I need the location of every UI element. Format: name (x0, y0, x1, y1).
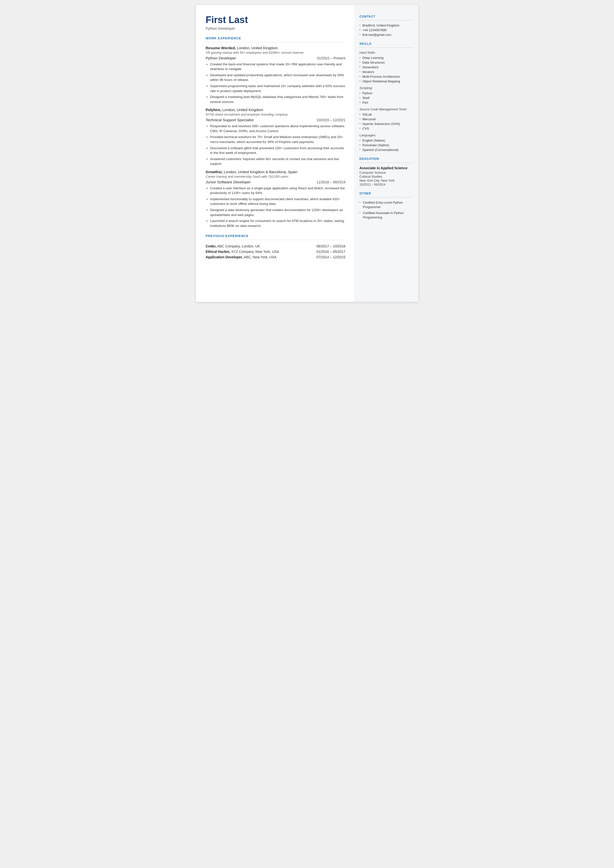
contact-list: Bradford, United Kingdom +44 1234567890 … (360, 23, 413, 37)
job-2-bullets: Responded to and resolved 300+ customer … (206, 124, 346, 166)
other-divider (360, 197, 413, 197)
bullet-item: Responded to and resolved 300+ customer … (210, 124, 346, 134)
prev-job-2-role: Ethical Hacker, XYZ Company, New York, U… (206, 249, 283, 255)
edu-location: New York City, New York (360, 179, 413, 182)
languages-label: Languages: (360, 134, 413, 137)
job-2-role: Technical Support Specialist (206, 118, 254, 122)
bullet-item: Provided technical solutions for 70+ Sma… (210, 135, 346, 144)
scripting-list: Python Shell Perl (360, 91, 413, 104)
contact-item-email: first.last@gmail.com (360, 33, 413, 37)
education-section: EDUCATION Associate in Applied Science C… (360, 157, 413, 186)
skill-item: Spanish (Conversational) (360, 148, 413, 152)
skill-item: Object Relational Mapping (360, 79, 413, 83)
job-2-company: Polyhire, (206, 108, 221, 112)
skill-item: Mercurial (360, 117, 413, 121)
skill-item: Data Structures (360, 61, 413, 64)
candidate-title: Python Developer (206, 26, 346, 30)
contact-item-address: Bradford, United Kingdom (360, 23, 413, 27)
skill-item: Iterators (360, 70, 413, 74)
job-2-header: Polyhire, London, United Kingdom (206, 108, 346, 112)
edu-dates: 10/2011 - 06/2014 (360, 183, 413, 186)
edu-degree: Associate in Applied Science (360, 166, 413, 170)
skill-item: GitLab (360, 113, 413, 116)
job-2-location: London, United Kingdom (221, 108, 263, 112)
job-3-location: London, United Kingdom & Barcelona, Spai… (223, 170, 298, 174)
contact-title: CONTACT (360, 15, 413, 18)
other-title: OTHER (360, 192, 413, 195)
job-3-date: 11/2018 – 09/2019 (316, 180, 346, 184)
bullet-item: Designed a marketing lead MySQL database… (210, 95, 346, 104)
left-column: First Last Python Developer WORK EXPERIE… (196, 5, 354, 302)
bullet-item: Designed a data dictionary generator tha… (210, 208, 346, 217)
job-3-bullets: Created a user interface as a single-pag… (206, 186, 346, 228)
other-section: OTHER Certified Entry-Level Python Progr… (360, 192, 413, 220)
prev-job-3-role: Application Developer, ABC, New York, US… (206, 255, 283, 260)
bullet-item: Developed and updated productivity appli… (210, 73, 346, 82)
skill-item: Apache Subversion (SVN) (360, 122, 413, 126)
skills-title: SKILLS (360, 42, 413, 45)
contact-item-phone: +44 1234567890 (360, 28, 413, 32)
job-1-role: Python Developer (206, 56, 236, 61)
scm-list: GitLab Mercurial Apache Subversion (SVN)… (360, 113, 413, 130)
bullet-item: Supervised programming tasks and maintai… (210, 84, 346, 93)
contact-section: CONTACT Bradford, United Kingdom +44 123… (360, 15, 413, 37)
prev-job-3-date: 07/2014 – 12/2015 (282, 255, 345, 260)
right-column: CONTACT Bradford, United Kingdom +44 123… (354, 5, 419, 302)
job-1-role-row: Python Developer 01/2022 – Present (206, 56, 346, 61)
table-row: Coder, ABC Company, London, UK 06/2017 –… (206, 244, 346, 249)
job-2-role-row: Technical Support Specialist 10/2019 – 1… (206, 118, 346, 122)
job-1-date: 01/2022 – Present (317, 56, 345, 60)
job-3-company: Growthsi, (206, 170, 223, 174)
prev-divider (206, 240, 346, 240)
skill-item: Generators (360, 65, 413, 69)
job-3-header: Growthsi, London, United Kingdom & Barce… (206, 170, 346, 174)
scm-label: Source Code Management Tools: (360, 107, 413, 111)
education-title: EDUCATION (360, 157, 413, 161)
other-item: Certified Entry-Level Python Programmer (360, 200, 413, 209)
skill-item: Romanian (Native) (360, 143, 413, 147)
skill-item: Deep Learning (360, 56, 413, 60)
skill-item: English (Native) (360, 138, 413, 142)
job-1-company: Resume Worded, (206, 46, 236, 50)
other-list: Certified Entry-Level Python Programmer … (360, 200, 413, 220)
languages-list: English (Native) Romanian (Native) Spani… (360, 138, 413, 152)
job-2-desc: NYSE-listed recruitment and employer bra… (206, 113, 346, 116)
bullet-item: Created the back-end financial systems t… (210, 62, 346, 71)
edu-minor: Cultural Studies (360, 175, 413, 179)
prev-job-1-date: 06/2017 – 10/2018 (282, 244, 345, 249)
skills-section: SKILLS Hard Skills: Deep Learning Data S… (360, 42, 413, 152)
prev-job-2-date: 01/2016 – 05/2017 (282, 249, 345, 255)
skill-item: Shell (360, 96, 413, 100)
bullet-item: Launched a search engine for consumers t… (210, 219, 346, 228)
bullet-item: Discovered a software glitch that preven… (210, 146, 346, 155)
edu-major: Computer Science (360, 171, 413, 174)
job-3-desc: Career training and membership SaaS with… (206, 175, 346, 179)
work-experience-title: WORK EXPERIENCE (206, 36, 346, 40)
job-1-bullets: Created the back-end financial systems t… (206, 62, 346, 104)
skill-item: CVS (360, 127, 413, 130)
skill-item: Multi-Process Architecture (360, 75, 413, 78)
skill-item: Python (360, 91, 413, 95)
skill-item: Perl (360, 101, 413, 104)
job-1-desc: VR gaming startup with 50+ employees and… (206, 51, 346, 54)
prev-exp-table: Coder, ABC Company, London, UK 06/2017 –… (206, 244, 346, 260)
job-1-location: London, United Kingdom (236, 46, 278, 50)
other-item: Certified Associate in Python Programmin… (360, 211, 413, 220)
prev-job-1-role: Coder, ABC Company, London, UK (206, 244, 283, 249)
work-divider (206, 42, 346, 42)
job-3-role-row: Junior Software Developer 11/2018 – 09/2… (206, 180, 346, 184)
bullet-item: Created a user interface as a single-pag… (210, 186, 346, 196)
job-1-header: Resume Worded, London, United Kingdom (206, 46, 346, 50)
job-3-role: Junior Software Developer (206, 180, 251, 184)
hard-skills-label: Hard Skills: (360, 51, 413, 54)
table-row: Application Developer, ABC, New York, US… (206, 255, 346, 260)
table-row: Ethical Hacker, XYZ Company, New York, U… (206, 249, 346, 255)
bullet-item: Answered customers' inquiries within 60+… (210, 157, 346, 166)
bullet-item: Implemented functionality to support dis… (210, 197, 346, 207)
resume-container: First Last Python Developer WORK EXPERIE… (196, 5, 419, 302)
candidate-name: First Last (206, 15, 346, 25)
hard-skills-list: Deep Learning Data Structures Generators… (360, 56, 413, 83)
job-2-date: 10/2019 – 12/2021 (316, 118, 346, 122)
edu-block: Associate in Applied Science Computer Sc… (360, 166, 413, 186)
scripting-label: Scripting: (360, 86, 413, 90)
